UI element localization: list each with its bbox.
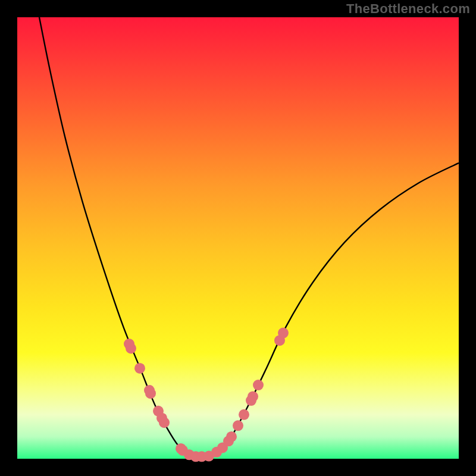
data-marker: [134, 363, 145, 374]
data-marker: [126, 343, 136, 354]
marker-group: [124, 328, 289, 462]
data-marker: [159, 417, 170, 428]
bottleneck-curve: [39, 17, 459, 458]
data-marker: [239, 409, 249, 420]
data-marker: [145, 388, 156, 399]
data-marker: [278, 328, 289, 339]
chart-svg: [17, 17, 459, 459]
watermark-text: TheBottleneck.com: [346, 1, 470, 17]
data-marker: [253, 380, 264, 390]
plot-area: [17, 17, 459, 459]
data-marker: [233, 420, 243, 431]
data-marker: [248, 391, 258, 402]
chart-frame: TheBottleneck.com: [0, 0, 476, 476]
data-marker: [226, 431, 237, 442]
